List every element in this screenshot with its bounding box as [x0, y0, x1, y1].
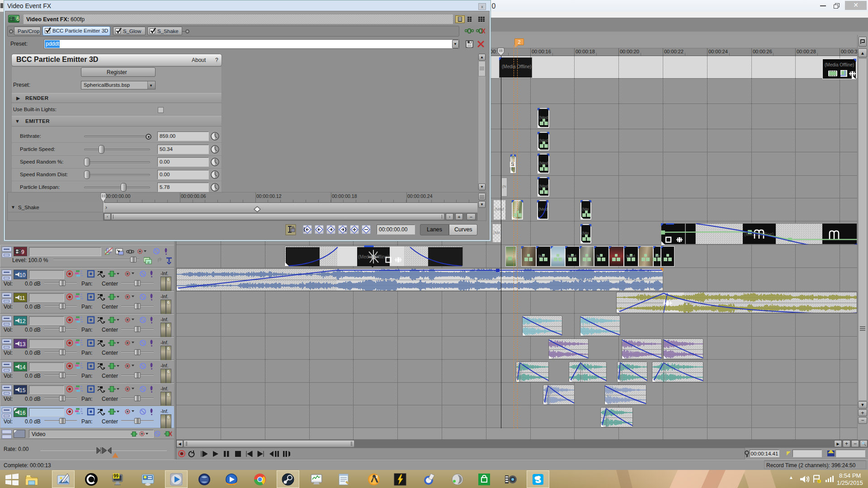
svg-text:S: S [535, 475, 540, 484]
svg-text:!: ! [818, 479, 819, 483]
svg-text:99: 99 [113, 474, 119, 479]
svg-text:α: α [147, 260, 150, 264]
svg-text:2: 2 [376, 474, 378, 479]
